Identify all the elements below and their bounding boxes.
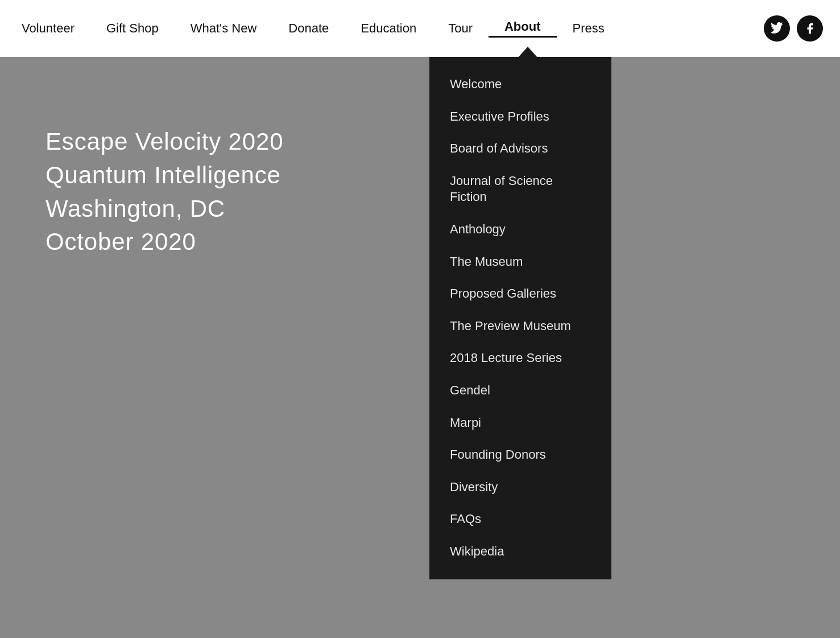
hero-section: Escape Velocity 2020 Quantum Intelligenc… [0,57,840,638]
dropdown-item-faqs[interactable]: FAQs [429,503,611,536]
nav-item-press[interactable]: Press [557,21,620,36]
dropdown-item-diversity[interactable]: Diversity [429,471,611,504]
dropdown-item-proposed-galleries[interactable]: Proposed Galleries [429,278,611,310]
header: VolunteerGift ShopWhat's NewDonateEducat… [0,0,840,57]
dropdown-item-journal-of-science-fiction[interactable]: Journal of Science Fiction [429,165,611,213]
hero-line4: October 2020 [45,225,283,259]
nav-item-about[interactable]: About [489,19,557,38]
dropdown-item-board-of-advisors[interactable]: Board of Advisors [429,133,611,165]
main-content: Escape Velocity 2020 Quantum Intelligenc… [0,0,840,638]
dropdown-item-the-museum[interactable]: The Museum [429,246,611,278]
dropdown-arrow [518,47,538,58]
social-icons [764,15,823,42]
nav-item-volunteer[interactable]: Volunteer [6,21,90,36]
hero-line3: Washington, DC [45,192,283,226]
nav-item-education[interactable]: Education [345,21,432,36]
dropdown-item-the-preview-museum[interactable]: The Preview Museum [429,310,611,343]
main-nav: VolunteerGift ShopWhat's NewDonateEducat… [6,19,764,38]
dropdown-item-gendel[interactable]: Gendel [429,374,611,407]
facebook-icon[interactable] [797,15,823,42]
twitter-icon[interactable] [764,15,790,42]
nav-item-tour[interactable]: Tour [432,21,489,36]
dropdown-item-executive-profiles[interactable]: Executive Profiles [429,101,611,133]
nav-item-donate[interactable]: Donate [272,21,345,36]
hero-line1: Escape Velocity 2020 [45,125,283,159]
nav-item-gift-shop[interactable]: Gift Shop [90,21,175,36]
about-dropdown: WelcomeExecutive ProfilesBoard of Adviso… [429,57,611,579]
dropdown-item-marpi[interactable]: Marpi [429,407,611,439]
dropdown-item-welcome[interactable]: Welcome [429,68,611,101]
dropdown-item-wikipedia[interactable]: Wikipedia [429,536,611,568]
nav-item-what-s-new[interactable]: What's New [175,21,273,36]
hero-text: Escape Velocity 2020 Quantum Intelligenc… [45,125,283,259]
hero-line2: Quantum Intelligence [45,159,283,192]
dropdown-item-anthology[interactable]: Anthology [429,213,611,246]
dropdown-item-founding-donors[interactable]: Founding Donors [429,439,611,471]
dropdown-item------lecture-series[interactable]: 2018 Lecture Series [429,342,611,374]
